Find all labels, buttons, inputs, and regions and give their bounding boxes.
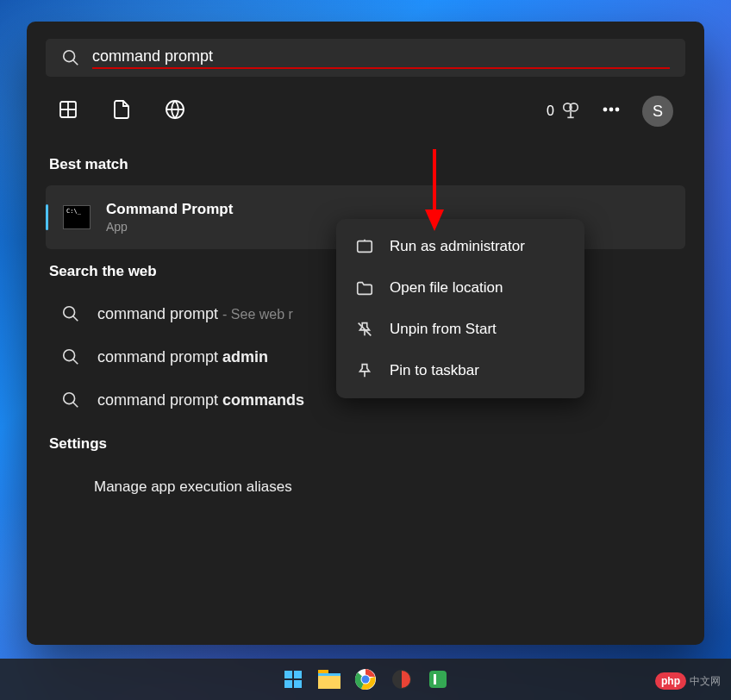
context-item-label: Unpin from Start [390, 321, 497, 338]
file-explorer-icon[interactable] [317, 667, 341, 691]
avatar-initial: S [653, 103, 663, 121]
context-menu-open-file-location[interactable]: Open file location [343, 267, 578, 309]
watermark-text: 中文网 [690, 674, 721, 689]
search-icon [61, 391, 80, 409]
settings-item-label: Manage app execution aliases [94, 478, 292, 495]
svg-rect-26 [284, 680, 292, 688]
svg-line-13 [73, 316, 78, 322]
filter-toolbar: 0 S [46, 77, 685, 142]
context-item-label: Run as administrator [390, 238, 525, 255]
best-match-heading: Best match [46, 156, 685, 173]
svg-rect-18 [358, 241, 372, 253]
svg-point-9 [604, 109, 607, 111]
context-menu: Run as administrator Open file location … [336, 219, 584, 398]
documents-filter-icon[interactable] [111, 99, 132, 123]
svg-point-12 [64, 307, 75, 318]
rewards-icon [561, 102, 580, 121]
search-icon [61, 347, 80, 366]
context-menu-run-as-admin[interactable]: Run as administrator [343, 226, 578, 267]
search-bar[interactable] [46, 39, 685, 77]
web-result-bold: admin [222, 348, 268, 366]
web-result-query: command prompt [97, 348, 222, 366]
best-match-title: Command Prompt [106, 201, 233, 218]
context-item-label: Open file location [390, 279, 503, 297]
web-result-query: command prompt [97, 391, 222, 409]
apps-filter-icon[interactable] [58, 99, 78, 123]
settings-heading: Settings [46, 435, 685, 453]
context-menu-unpin-from-start[interactable]: Unpin from Start [343, 309, 578, 350]
svg-line-1 [73, 60, 78, 66]
context-item-label: Pin to taskbar [390, 362, 479, 379]
svg-rect-35 [429, 671, 447, 688]
svg-rect-24 [284, 671, 292, 678]
app-icon-green[interactable] [426, 667, 450, 691]
search-icon [61, 304, 80, 323]
search-input[interactable] [92, 47, 670, 69]
admin-shield-icon [355, 237, 374, 256]
rewards-points[interactable]: 0 [547, 102, 580, 121]
svg-point-33 [362, 676, 370, 684]
user-avatar[interactable]: S [642, 96, 673, 127]
web-result-query: command prompt [97, 305, 218, 322]
svg-rect-25 [294, 671, 302, 678]
svg-line-15 [73, 359, 78, 365]
taskbar [0, 659, 731, 700]
svg-point-10 [610, 109, 613, 111]
svg-point-16 [64, 393, 75, 404]
points-count: 0 [547, 103, 554, 119]
svg-point-0 [64, 51, 75, 62]
start-button[interactable] [281, 667, 305, 691]
pin-icon [355, 361, 374, 380]
command-prompt-app-icon: C:\_ [63, 205, 91, 229]
app-icon-circle[interactable] [390, 667, 414, 691]
svg-point-14 [64, 350, 75, 361]
svg-rect-27 [294, 680, 302, 688]
watermark: php 中文网 [655, 672, 721, 690]
svg-point-11 [616, 109, 619, 111]
context-menu-pin-to-taskbar[interactable]: Pin to taskbar [343, 350, 578, 391]
web-result-bold: commands [222, 391, 304, 409]
best-match-subtitle: App [106, 220, 233, 234]
chrome-icon[interactable] [353, 667, 378, 691]
unpin-icon [355, 320, 374, 339]
web-filter-icon[interactable] [165, 99, 185, 123]
watermark-badge: php [655, 672, 686, 690]
svg-line-17 [73, 403, 78, 408]
svg-rect-36 [434, 674, 436, 684]
settings-result[interactable]: Manage app execution aliases [46, 465, 685, 509]
svg-rect-30 [318, 673, 341, 676]
more-options-icon[interactable] [601, 99, 622, 123]
web-result-suffix: - See web r [222, 307, 293, 322]
search-icon [61, 48, 80, 67]
folder-icon [355, 278, 374, 297]
